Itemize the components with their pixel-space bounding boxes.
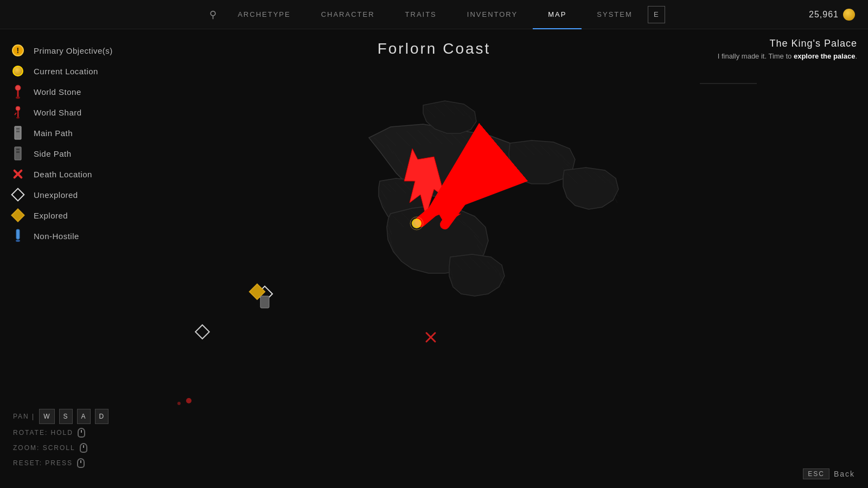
zoom-label: ZOOM: SCROLL	[13, 441, 75, 454]
key-d: D	[95, 409, 109, 424]
world-stone-icon	[14, 85, 22, 99]
nav-item-system[interactable]: SYSTEM	[582, 0, 647, 29]
svg-rect-1	[17, 90, 19, 98]
search-button[interactable]: ⚲	[203, 5, 222, 24]
svg-point-3	[16, 106, 20, 111]
legend-label-main-path: Main Path	[34, 129, 73, 138]
quest-description: I finally made it. Time to explore the p…	[718, 52, 857, 61]
mouse-icon-rotate	[78, 428, 85, 438]
pan-control: PAN | W S A D	[13, 409, 108, 424]
map-legend: ! Primary Objective(s) Current Location …	[0, 29, 174, 257]
mouse-icon-reset	[77, 458, 85, 468]
svg-rect-13	[16, 229, 20, 239]
legend-label-side-path: Side Path	[34, 149, 72, 158]
svg-rect-12	[16, 151, 20, 153]
quest-title: The King's Palace	[718, 38, 857, 49]
main-path-icon	[13, 126, 23, 140]
svg-rect-9	[16, 131, 20, 132]
svg-point-5	[16, 117, 20, 119]
nav-item-character[interactable]: CHARACTER	[306, 0, 390, 29]
legend-label-explored: Explored	[34, 211, 68, 220]
reset-label: RESET: PRESS	[13, 457, 73, 470]
legend-current-loc: Current Location	[11, 61, 163, 81]
map-marker-small	[186, 398, 192, 403]
map-path-marker	[260, 296, 269, 308]
svg-line-6	[15, 113, 16, 115]
map-controls: PAN | W S A D ROTATE: HOLD ZOOM: SCROLL …	[13, 409, 108, 472]
top-navigation: ⚲ ARCHETYPE CHARACTER TRAITS INVENTORY M…	[0, 0, 868, 29]
key-a: A	[77, 409, 91, 424]
nonhostile-icon	[14, 229, 22, 243]
legend-label-nonhostile: Non-Hostile	[34, 232, 79, 241]
primary-obj-icon: !	[12, 44, 24, 56]
quest-info-panel: The King's Palace I finally made it. Tim…	[718, 38, 857, 61]
unexplored-icon	[11, 188, 24, 201]
currency-display: 25,961	[809, 9, 855, 21]
legend-world-shard: World Shard	[11, 102, 163, 123]
svg-point-110	[177, 402, 181, 405]
mouse-icon-zoom	[80, 443, 87, 453]
legend-main-path: Main Path	[11, 123, 163, 143]
back-label: Back	[834, 470, 855, 478]
legend-explored: Explored	[11, 205, 163, 226]
svg-point-2	[16, 97, 20, 99]
nav-item-inventory[interactable]: INVENTORY	[452, 0, 533, 29]
nav-item-traits[interactable]: TRAITS	[390, 0, 452, 29]
e-button[interactable]: E	[648, 6, 665, 23]
legend-unexplored: Unexplored	[11, 184, 163, 205]
side-path-icon	[13, 146, 23, 160]
legend-label-world-stone: World Stone	[34, 87, 81, 97]
nav-item-map[interactable]: MAP	[533, 0, 582, 29]
legend-label-current-loc: Current Location	[34, 67, 98, 76]
legend-world-stone: World Stone	[11, 81, 163, 102]
legend-side-path: Side Path	[11, 143, 163, 164]
svg-point-0	[15, 85, 21, 91]
key-w: W	[39, 409, 54, 424]
world-shard-icon	[14, 105, 22, 119]
nav-items: ARCHETYPE CHARACTER TRAITS INVENTORY MAP…	[222, 0, 648, 29]
svg-point-14	[16, 240, 20, 242]
rotate-label: ROTATE: HOLD	[13, 426, 73, 439]
quest-desc-highlight: explore the palace	[794, 52, 855, 60]
currency-amount: 25,961	[809, 10, 839, 20]
quest-desc-post: .	[855, 52, 857, 60]
svg-rect-4	[17, 110, 19, 117]
legend-primary-obj: ! Primary Objective(s)	[11, 40, 163, 61]
death-loc-icon	[12, 168, 24, 180]
svg-rect-11	[16, 149, 20, 150]
svg-rect-8	[16, 128, 20, 130]
player-location-dot	[412, 219, 421, 228]
legend-label-death-loc: Death Location	[34, 170, 92, 179]
pan-label: PAN |	[13, 410, 35, 423]
currency-icon	[843, 9, 855, 21]
key-s: S	[59, 409, 73, 424]
legend-label-primary-obj: Primary Objective(s)	[34, 46, 113, 55]
zoom-control: ZOOM: SCROLL	[13, 441, 108, 454]
legend-nonhostile: Non-Hostile	[11, 226, 163, 246]
map-title: Forlorn Coast	[378, 40, 491, 57]
rotate-control: ROTATE: HOLD	[13, 426, 108, 439]
legend-death-loc: Death Location	[11, 164, 163, 184]
legend-label-world-shard: World Shard	[34, 108, 82, 117]
nav-item-archetype[interactable]: ARCHETYPE	[222, 0, 305, 29]
esc-key-label: ESC	[803, 468, 829, 479]
esc-back-button[interactable]: ESC Back	[803, 468, 855, 479]
legend-label-unexplored: Unexplored	[34, 190, 78, 200]
explored-icon	[11, 208, 24, 222]
current-loc-icon	[12, 66, 23, 76]
reset-control: RESET: PRESS	[13, 457, 108, 470]
quest-desc-pre: I finally made it. Time to	[718, 52, 794, 60]
